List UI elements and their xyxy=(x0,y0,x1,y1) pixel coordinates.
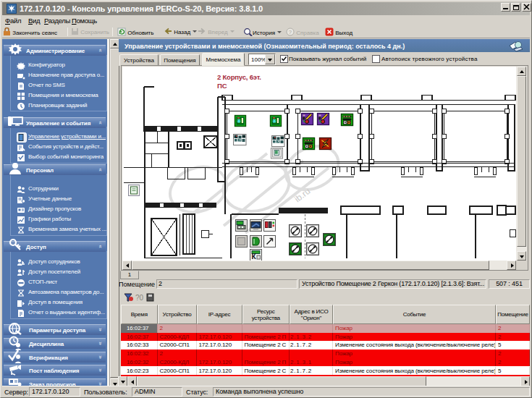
svg-text:?: ? xyxy=(289,29,292,35)
svg-text:К: К xyxy=(252,253,257,261)
svg-text:2 Корпус, 6эт.: 2 Корпус, 6эт. xyxy=(217,73,261,81)
svg-text:ПС: ПС xyxy=(217,82,227,90)
